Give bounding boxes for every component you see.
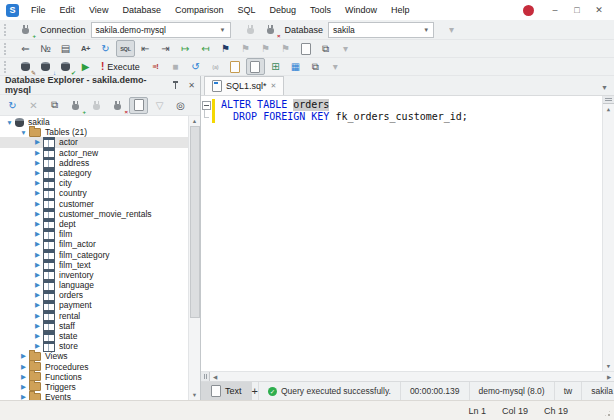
expand-arrow-icon[interactable]: ▶ [33,312,42,320]
expand-arrow-icon[interactable]: ▶ [33,169,42,177]
scroll-up-icon[interactable]: ▲ [189,116,200,126]
menu-edit[interactable]: Edit [53,0,83,20]
tree-item-country[interactable]: ▶country [0,188,200,198]
menu-sql[interactable]: SQL [230,0,262,20]
minimize-button[interactable]: – [544,0,566,20]
document-outline-icon[interactable]: ▤ [56,40,75,57]
execute-overflow-icon[interactable]: ▾ [326,58,345,75]
tree-item-customer-movie-rentals[interactable]: ▶customer_movie_rentals [0,209,200,219]
expand-arrow-icon[interactable]: ▶ [33,322,42,330]
expand-arrow-icon[interactable]: ▶ [33,200,42,208]
tree-item-payment[interactable]: ▶payment [0,300,200,310]
delete-icon[interactable]: ✕ [24,97,43,114]
sql-editor[interactable]: ALTER TABLE orders DROP FOREIGN KEY fk_o… [201,96,614,371]
bookmark-icon[interactable]: ⚑ [216,40,235,57]
expand-arrow-icon[interactable]: ▶ [33,301,42,309]
connection-overflow-icon[interactable]: ▾ [442,21,461,38]
explorer-options-icon[interactable]: ◎ [171,97,190,114]
expand-arrow-icon[interactable]: ▶ [33,220,42,228]
expand-arrow-icon[interactable]: ▶ [33,291,42,299]
connect-icon[interactable] [241,21,260,38]
editor-scrollbar[interactable]: ▲ ▼ [602,96,614,371]
uncomment-icon[interactable]: ↤ [196,40,215,57]
line-numbers-icon[interactable]: № [36,40,55,57]
tree-item-film-category[interactable]: ▶film_category [0,249,200,259]
close-tab-icon[interactable]: ✕ [271,82,277,90]
disconnect-icon[interactable]: × [108,97,127,114]
format-sql-icon[interactable]: SQL [116,40,135,57]
tree-item-tables-21-[interactable]: ▼Tables (21) [0,127,200,137]
query-history-icon[interactable]: ↺ [186,58,205,75]
run-icon[interactable]: ▶ [76,58,95,75]
tree-item-dept[interactable]: ▶dept [0,219,200,229]
stop-icon[interactable]: ■ [166,58,185,75]
tree-item-staff[interactable]: ▶staff [0,321,200,331]
refresh-icon[interactable]: ↻ [3,97,22,114]
refresh-database-icon[interactable]: ↓ [36,58,55,75]
tab-sql1[interactable]: SQL1.sql* ✕ [204,76,284,95]
clear-bookmarks-icon[interactable]: ⚑ [276,40,295,57]
tree-item-events[interactable]: ▶Events [0,392,200,400]
split-editor-handle[interactable] [603,96,614,104]
tree-item-language[interactable]: ▶language [0,280,200,290]
next-bookmark-icon[interactable]: ⚑ [256,40,275,57]
menu-debug[interactable]: Debug [262,0,303,20]
tab-list-chevron-icon[interactable]: ▼ [601,84,614,95]
tree-item-orders[interactable]: ▶orders [0,290,200,300]
go-to-icon[interactable]: ⇐ [16,40,35,57]
resize-grip[interactable] [603,409,612,418]
menu-tools[interactable]: Tools [303,0,338,20]
scroll-left-icon[interactable]: ◀ [210,374,220,380]
expand-arrow-icon[interactable]: ▶ [33,189,42,197]
increase-indent-icon[interactable]: ⇥ [156,40,175,57]
comment-icon[interactable]: ↦ [176,40,195,57]
scroll-right-icon[interactable]: ▶ [604,374,614,380]
collapse-arrow-icon[interactable]: ▼ [19,129,28,136]
execute-button[interactable]: !Execute [96,58,145,75]
tree-item-film-actor[interactable]: ▶film_actor [0,239,200,249]
expand-arrow-icon[interactable]: ▶ [33,271,42,279]
object-viewer-icon[interactable]: ⧉ [45,97,64,114]
split-editor-handle[interactable] [201,372,210,381]
expand-arrow-icon[interactable]: ▶ [33,210,42,218]
editor-hscrollbar[interactable]: ◀ ▶ [201,371,614,381]
new-connection-icon[interactable]: + [66,97,85,114]
filter-icon[interactable]: ▽ [150,97,169,114]
toolbar-grip[interactable] [4,61,10,73]
open-file-icon[interactable] [226,58,245,75]
expand-arrow-icon[interactable]: ▶ [19,363,28,371]
tree-item-state[interactable]: ▶state [0,331,200,341]
menu-help[interactable]: Help [384,0,417,20]
expand-arrow-icon[interactable]: ▶ [19,383,28,391]
tree-item-film-text[interactable]: ▶film_text [0,260,200,270]
window-cascade-icon[interactable]: ⧉ [316,40,335,57]
tree-item-film[interactable]: ▶film [0,229,200,239]
scroll-down-icon[interactable]: ▼ [603,361,614,371]
expand-arrow-icon[interactable]: ▶ [33,332,42,340]
expand-arrow-icon[interactable]: ▶ [33,159,42,167]
results-tab-text[interactable]: Text [201,382,252,400]
close-button[interactable]: ✕ [588,0,610,20]
expand-arrow-icon[interactable]: ▶ [33,149,42,157]
toolbar-grip[interactable] [4,24,10,36]
scrollbar-thumb[interactable] [190,126,200,318]
new-sql-database-icon[interactable]: ✎ [16,58,35,75]
font-increase-icon[interactable]: A+ [76,40,95,57]
expand-arrow-icon[interactable]: ▶ [19,373,28,381]
new-connection-icon[interactable]: + [16,21,35,38]
menu-comparison[interactable]: Comparison [168,0,231,20]
tree-item-actor-new[interactable]: ▶actor_new [0,148,200,158]
save-snippet-icon[interactable] [246,58,265,75]
tree-item-category[interactable]: ▶category [0,168,200,178]
menu-view[interactable]: View [82,0,115,20]
connection-select[interactable]: sakila.demo-mysql ▼ [91,22,231,38]
account-avatar-icon[interactable] [523,5,534,16]
previous-bookmark-icon[interactable]: ⚑ [236,40,255,57]
tree-scrollbar[interactable]: ▲ ▼ [188,116,200,400]
scroll-up-icon[interactable]: ▲ [603,104,614,114]
collapse-arrow-icon[interactable]: ▼ [5,119,14,126]
expand-arrow-icon[interactable]: ▶ [33,138,42,146]
expand-arrow-icon[interactable]: ▶ [33,240,42,248]
expand-arrow-icon[interactable]: ▶ [33,230,42,238]
expand-arrow-icon[interactable]: ▶ [33,342,42,350]
